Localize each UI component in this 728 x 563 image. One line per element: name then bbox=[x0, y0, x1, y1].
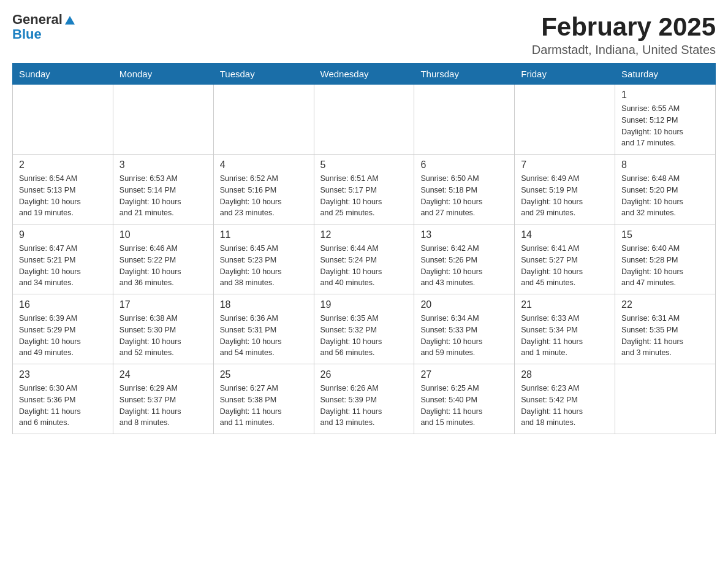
day-number: 15 bbox=[621, 229, 709, 240]
day-info: Sunrise: 6:50 AM Sunset: 5:18 PM Dayligh… bbox=[420, 173, 508, 219]
day-info: Sunrise: 6:30 AM Sunset: 5:36 PM Dayligh… bbox=[19, 383, 107, 429]
calendar-cell: 11Sunrise: 6:45 AM Sunset: 5:23 PM Dayli… bbox=[213, 224, 314, 294]
calendar-cell bbox=[515, 85, 615, 155]
day-header-thursday: Thursday bbox=[414, 64, 515, 85]
day-number: 10 bbox=[119, 229, 207, 240]
calendar-cell: 26Sunrise: 6:26 AM Sunset: 5:39 PM Dayli… bbox=[314, 364, 414, 434]
day-number: 5 bbox=[320, 159, 408, 170]
day-header-saturday: Saturday bbox=[615, 64, 716, 85]
day-number: 2 bbox=[19, 159, 107, 170]
day-info: Sunrise: 6:35 AM Sunset: 5:32 PM Dayligh… bbox=[320, 313, 408, 359]
calendar-cell: 9Sunrise: 6:47 AM Sunset: 5:21 PM Daylig… bbox=[13, 224, 113, 294]
calendar-cell: 27Sunrise: 6:25 AM Sunset: 5:40 PM Dayli… bbox=[414, 364, 515, 434]
calendar-cell: 4Sunrise: 6:52 AM Sunset: 5:16 PM Daylig… bbox=[213, 155, 314, 224]
day-info: Sunrise: 6:23 AM Sunset: 5:42 PM Dayligh… bbox=[521, 383, 609, 429]
calendar-cell: 22Sunrise: 6:31 AM Sunset: 5:35 PM Dayli… bbox=[615, 294, 716, 364]
day-number: 24 bbox=[119, 369, 207, 380]
day-number: 22 bbox=[621, 299, 709, 310]
calendar-week-1: 2Sunrise: 6:54 AM Sunset: 5:13 PM Daylig… bbox=[13, 155, 716, 224]
day-info: Sunrise: 6:27 AM Sunset: 5:38 PM Dayligh… bbox=[220, 383, 308, 429]
calendar-cell: 24Sunrise: 6:29 AM Sunset: 5:37 PM Dayli… bbox=[113, 364, 213, 434]
day-info: Sunrise: 6:36 AM Sunset: 5:31 PM Dayligh… bbox=[220, 313, 308, 359]
day-info: Sunrise: 6:47 AM Sunset: 5:21 PM Dayligh… bbox=[19, 243, 107, 289]
calendar-cell: 2Sunrise: 6:54 AM Sunset: 5:13 PM Daylig… bbox=[13, 155, 113, 224]
day-header-monday: Monday bbox=[113, 64, 213, 85]
logo-line1: General bbox=[12, 12, 75, 27]
day-number: 27 bbox=[420, 369, 508, 380]
day-header-tuesday: Tuesday bbox=[213, 64, 314, 85]
day-number: 26 bbox=[320, 369, 408, 380]
day-number: 25 bbox=[220, 369, 308, 380]
calendar-cell: 28Sunrise: 6:23 AM Sunset: 5:42 PM Dayli… bbox=[515, 364, 615, 434]
day-number: 19 bbox=[320, 299, 408, 310]
day-info: Sunrise: 6:38 AM Sunset: 5:30 PM Dayligh… bbox=[119, 313, 207, 359]
day-number: 8 bbox=[621, 159, 709, 170]
calendar-cell: 18Sunrise: 6:36 AM Sunset: 5:31 PM Dayli… bbox=[213, 294, 314, 364]
calendar-cell: 14Sunrise: 6:41 AM Sunset: 5:27 PM Dayli… bbox=[515, 224, 615, 294]
calendar-cell bbox=[113, 85, 213, 155]
day-number: 1 bbox=[621, 90, 709, 101]
calendar-cell: 21Sunrise: 6:33 AM Sunset: 5:34 PM Dayli… bbox=[515, 294, 615, 364]
calendar-cell bbox=[314, 85, 414, 155]
day-header-sunday: Sunday bbox=[13, 64, 113, 85]
day-number: 23 bbox=[19, 369, 107, 380]
day-number: 18 bbox=[220, 299, 308, 310]
day-header-friday: Friday bbox=[515, 64, 615, 85]
day-number: 11 bbox=[220, 229, 308, 240]
day-number: 3 bbox=[119, 159, 207, 170]
calendar-cell: 20Sunrise: 6:34 AM Sunset: 5:33 PM Dayli… bbox=[414, 294, 515, 364]
calendar-week-4: 23Sunrise: 6:30 AM Sunset: 5:36 PM Dayli… bbox=[13, 364, 716, 434]
day-info: Sunrise: 6:51 AM Sunset: 5:17 PM Dayligh… bbox=[320, 173, 408, 219]
day-number: 16 bbox=[19, 299, 107, 310]
day-number: 28 bbox=[521, 369, 609, 380]
calendar-cell: 16Sunrise: 6:39 AM Sunset: 5:29 PM Dayli… bbox=[13, 294, 113, 364]
day-info: Sunrise: 6:46 AM Sunset: 5:22 PM Dayligh… bbox=[119, 243, 207, 289]
calendar-cell: 19Sunrise: 6:35 AM Sunset: 5:32 PM Dayli… bbox=[314, 294, 414, 364]
day-info: Sunrise: 6:42 AM Sunset: 5:26 PM Dayligh… bbox=[420, 243, 508, 289]
day-number: 7 bbox=[521, 159, 609, 170]
day-number: 4 bbox=[220, 159, 308, 170]
day-number: 12 bbox=[320, 229, 408, 240]
day-number: 14 bbox=[521, 229, 609, 240]
page-header: General Blue February 2025 Darmstadt, In… bbox=[12, 12, 716, 57]
day-info: Sunrise: 6:29 AM Sunset: 5:37 PM Dayligh… bbox=[119, 383, 207, 429]
day-info: Sunrise: 6:34 AM Sunset: 5:33 PM Dayligh… bbox=[420, 313, 508, 359]
calendar-week-3: 16Sunrise: 6:39 AM Sunset: 5:29 PM Dayli… bbox=[13, 294, 716, 364]
calendar-cell: 17Sunrise: 6:38 AM Sunset: 5:30 PM Dayli… bbox=[113, 294, 213, 364]
location-title: Darmstadt, Indiana, United States bbox=[532, 43, 716, 57]
calendar-cell: 7Sunrise: 6:49 AM Sunset: 5:19 PM Daylig… bbox=[515, 155, 615, 224]
day-header-wednesday: Wednesday bbox=[314, 64, 414, 85]
title-block: February 2025 Darmstadt, Indiana, United… bbox=[532, 12, 716, 57]
calendar-cell: 25Sunrise: 6:27 AM Sunset: 5:38 PM Dayli… bbox=[213, 364, 314, 434]
calendar-week-2: 9Sunrise: 6:47 AM Sunset: 5:21 PM Daylig… bbox=[13, 224, 716, 294]
logo: General Blue bbox=[12, 12, 75, 42]
day-info: Sunrise: 6:41 AM Sunset: 5:27 PM Dayligh… bbox=[521, 243, 609, 289]
day-number: 13 bbox=[420, 229, 508, 240]
calendar-header: SundayMondayTuesdayWednesdayThursdayFrid… bbox=[13, 64, 716, 85]
day-number: 6 bbox=[420, 159, 508, 170]
day-info: Sunrise: 6:44 AM Sunset: 5:24 PM Dayligh… bbox=[320, 243, 408, 289]
day-info: Sunrise: 6:40 AM Sunset: 5:28 PM Dayligh… bbox=[621, 243, 709, 289]
day-info: Sunrise: 6:31 AM Sunset: 5:35 PM Dayligh… bbox=[621, 313, 709, 359]
day-info: Sunrise: 6:26 AM Sunset: 5:39 PM Dayligh… bbox=[320, 383, 408, 429]
day-info: Sunrise: 6:55 AM Sunset: 5:12 PM Dayligh… bbox=[621, 103, 709, 149]
day-number: 9 bbox=[19, 229, 107, 240]
month-title: February 2025 bbox=[532, 12, 716, 42]
calendar-cell bbox=[13, 85, 113, 155]
day-info: Sunrise: 6:25 AM Sunset: 5:40 PM Dayligh… bbox=[420, 383, 508, 429]
calendar-cell bbox=[615, 364, 716, 434]
day-info: Sunrise: 6:49 AM Sunset: 5:19 PM Dayligh… bbox=[521, 173, 609, 219]
day-number: 21 bbox=[521, 299, 609, 310]
days-of-week-row: SundayMondayTuesdayWednesdayThursdayFrid… bbox=[13, 64, 716, 85]
day-number: 17 bbox=[119, 299, 207, 310]
calendar-cell bbox=[414, 85, 515, 155]
day-info: Sunrise: 6:52 AM Sunset: 5:16 PM Dayligh… bbox=[220, 173, 308, 219]
calendar-cell: 3Sunrise: 6:53 AM Sunset: 5:14 PM Daylig… bbox=[113, 155, 213, 224]
calendar-week-0: 1Sunrise: 6:55 AM Sunset: 5:12 PM Daylig… bbox=[13, 85, 716, 155]
day-info: Sunrise: 6:45 AM Sunset: 5:23 PM Dayligh… bbox=[220, 243, 308, 289]
calendar-cell: 10Sunrise: 6:46 AM Sunset: 5:22 PM Dayli… bbox=[113, 224, 213, 294]
calendar-cell: 15Sunrise: 6:40 AM Sunset: 5:28 PM Dayli… bbox=[615, 224, 716, 294]
calendar-cell: 12Sunrise: 6:44 AM Sunset: 5:24 PM Dayli… bbox=[314, 224, 414, 294]
day-info: Sunrise: 6:39 AM Sunset: 5:29 PM Dayligh… bbox=[19, 313, 107, 359]
day-info: Sunrise: 6:53 AM Sunset: 5:14 PM Dayligh… bbox=[119, 173, 207, 219]
